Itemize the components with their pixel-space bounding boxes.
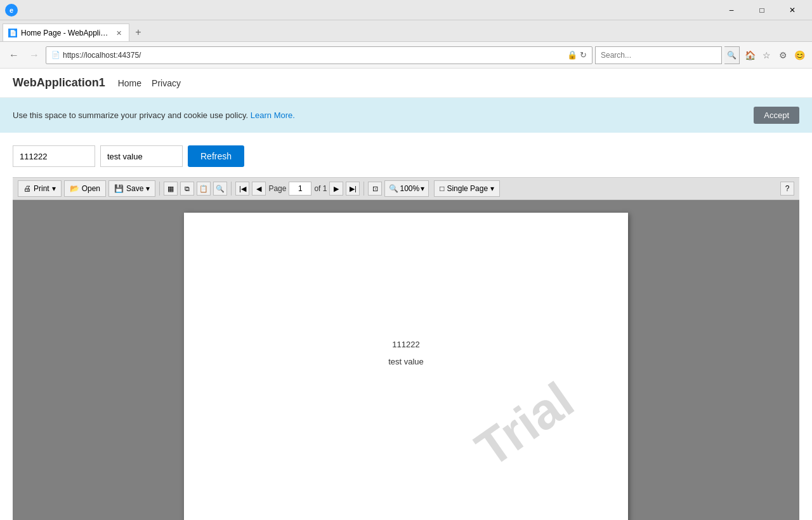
- pdf-page-total: of 1: [314, 184, 327, 193]
- nav-links: Home Privacy: [118, 78, 181, 88]
- pdf-help-button[interactable]: ?: [780, 182, 794, 196]
- print-button[interactable]: 🖨 Print ▾: [18, 180, 62, 197]
- forward-button[interactable]: →: [25, 46, 43, 64]
- cookie-accept-button[interactable]: Accept: [754, 107, 799, 124]
- printer-icon: 🖨: [23, 184, 31, 193]
- pdf-fit-button[interactable]: ⊡: [368, 182, 382, 196]
- search-input[interactable]: [595, 46, 722, 64]
- pdf-next-page-button[interactable]: ▶: [329, 182, 343, 196]
- toolbar-separator-2: [231, 182, 232, 196]
- pdf-page-input[interactable]: [289, 182, 311, 196]
- pdf-page: 111222 test value Trial: [184, 213, 628, 520]
- pdf-paste-button[interactable]: 📋: [197, 182, 211, 196]
- tab-favicon-icon: 📄: [8, 29, 17, 37]
- view-dropdown-icon: ▾: [490, 184, 494, 193]
- tab-title: Home Page - WebApplicati...: [21, 29, 110, 37]
- brand-name: WebApplication1: [13, 76, 105, 90]
- browser-tab[interactable]: 📄 Home Page - WebApplicati... ✕: [3, 23, 129, 41]
- tab-bar: 📄 Home Page - WebApplicati... ✕ +: [0, 20, 812, 42]
- nav-home-link[interactable]: Home: [118, 78, 141, 88]
- window-controls: – □ ✕: [717, 0, 807, 20]
- pdf-viewer: 111222 test value Trial: [13, 200, 799, 520]
- emoji-icon[interactable]: 😊: [792, 48, 807, 63]
- cookie-message: Use this space to summarize your privacy…: [13, 110, 248, 120]
- back-button[interactable]: ←: [5, 46, 23, 64]
- zoom-icon: 🔍: [389, 184, 398, 193]
- restore-button[interactable]: □: [747, 0, 776, 20]
- pdf-first-page-button[interactable]: |◀: [235, 182, 249, 196]
- cookie-banner: Use this space to summarize your privacy…: [0, 98, 812, 133]
- pdf-last-page-button[interactable]: ▶|: [346, 182, 360, 196]
- pdf-zoom-button[interactable]: 🔍 100% ▾: [384, 180, 429, 197]
- pdf-prev-page-button[interactable]: ◀: [252, 182, 266, 196]
- pdf-content: 111222 test value: [388, 340, 424, 366]
- settings-icon[interactable]: ⚙: [775, 48, 790, 63]
- page-icon: 📄: [51, 51, 60, 59]
- view-icon: □: [440, 184, 444, 193]
- address-bar: ← → 📄 https://localhost:44375/ 🔒 ↻ 🔍 🏠 ☆…: [0, 42, 812, 69]
- pdf-page-label: Page: [268, 184, 286, 193]
- toolbar-separator-1: [159, 182, 160, 196]
- print-dropdown-icon: ▾: [52, 184, 56, 193]
- lock-icon: 🔒: [567, 50, 577, 60]
- toolbar-icons: 🏠 ☆ ⚙ 😊: [742, 48, 807, 63]
- title-bar-left: e: [5, 4, 18, 17]
- pdf-thumbnail-button[interactable]: ▦: [164, 182, 178, 196]
- refresh-button[interactable]: Refresh: [188, 145, 244, 167]
- url-bar: 📄 https://localhost:44375/ 🔒 ↻: [46, 46, 593, 64]
- url-icons: 🔒 ↻: [567, 50, 587, 60]
- number-input[interactable]: [13, 145, 95, 167]
- close-button[interactable]: ✕: [778, 0, 807, 20]
- main-content: Refresh 🖨 Print ▾ 📂 Open 💾 Save ▾: [0, 133, 812, 520]
- page-content: WebApplication1 Home Privacy Use this sp…: [0, 69, 812, 520]
- pdf-search-button[interactable]: 🔍: [213, 182, 227, 196]
- search-go-button[interactable]: 🔍: [724, 46, 740, 64]
- minimize-button[interactable]: –: [717, 0, 746, 20]
- title-bar: e – □ ✕: [0, 0, 812, 20]
- pdf-view-button[interactable]: □ Single Page ▾: [434, 180, 500, 197]
- refresh-icon[interactable]: ↻: [580, 50, 587, 60]
- favorites-icon[interactable]: ☆: [759, 48, 774, 63]
- folder-icon: 📂: [70, 184, 79, 193]
- save-icon: 💾: [114, 184, 124, 193]
- nav-privacy-link[interactable]: Privacy: [152, 78, 181, 88]
- home-icon[interactable]: 🏠: [742, 48, 757, 63]
- cookie-text: Use this space to summarize your privacy…: [13, 110, 295, 120]
- pdf-value2: test value: [388, 357, 424, 366]
- text-input[interactable]: [100, 145, 183, 167]
- browser-logo-icon: e: [5, 4, 18, 17]
- save-button[interactable]: 💾 Save ▾: [108, 180, 155, 197]
- save-dropdown-icon: ▾: [146, 184, 150, 193]
- pdf-toolbar: 🖨 Print ▾ 📂 Open 💾 Save ▾ ▦ ⧉ 📋 🔍: [13, 177, 799, 200]
- navbar: WebApplication1 Home Privacy: [0, 69, 812, 98]
- pdf-watermark: Trial: [466, 371, 585, 479]
- pdf-copy-button[interactable]: ⧉: [180, 182, 194, 196]
- tab-close-button[interactable]: ✕: [114, 28, 124, 38]
- browser-window: e – □ ✕ 📄 Home Page - WebApplicati... ✕ …: [0, 0, 812, 520]
- form-row: Refresh: [13, 145, 799, 167]
- cookie-learn-more-link[interactable]: Learn More.: [251, 110, 295, 120]
- toolbar-separator-3: [363, 182, 364, 196]
- zoom-dropdown-icon: ▾: [421, 184, 424, 193]
- url-text: https://localhost:44375/: [63, 51, 565, 60]
- new-tab-button[interactable]: +: [129, 23, 147, 41]
- open-button[interactable]: 📂 Open: [64, 180, 106, 197]
- pdf-value1: 111222: [388, 340, 424, 349]
